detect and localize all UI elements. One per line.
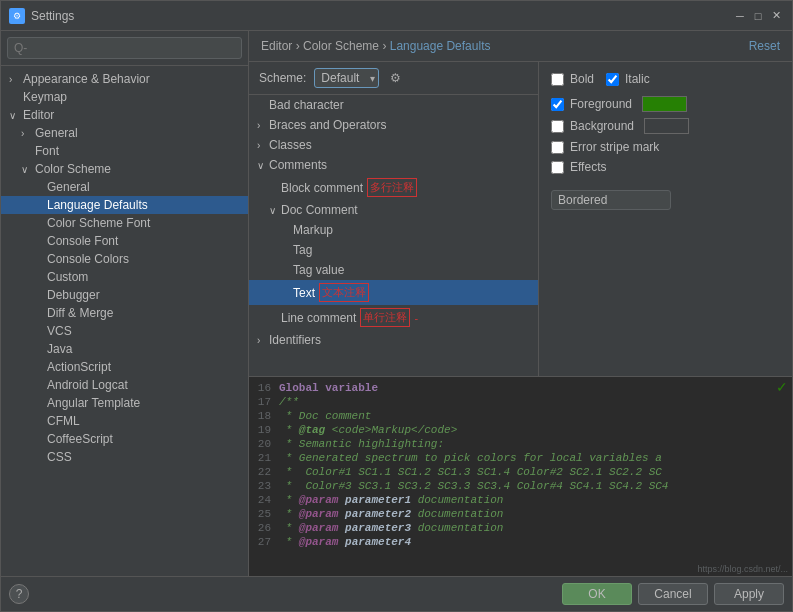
line-number: 21 — [249, 452, 279, 464]
color-tree-panel: Scheme: Default ⚙ Bad character — [249, 62, 539, 376]
main-body: Scheme: Default ⚙ Bad character — [249, 62, 792, 376]
cancel-button[interactable]: Cancel — [638, 583, 708, 605]
annotation-box: 多行注释 — [367, 178, 417, 197]
sidebar-item-custom[interactable]: Custom — [1, 268, 248, 286]
sidebar-item-label: Debugger — [47, 288, 100, 302]
sidebar-item-color-scheme[interactable]: ∨ Color Scheme — [1, 160, 248, 178]
scheme-label: Scheme: — [259, 71, 306, 85]
error-stripe-checkbox[interactable] — [551, 141, 564, 154]
sidebar-item-debugger[interactable]: Debugger — [1, 286, 248, 304]
code-content: * @tag <code>Markup</code> — [279, 424, 457, 436]
sidebar-item-cs-general[interactable]: General — [1, 178, 248, 196]
sidebar-item-label: ActionScript — [47, 360, 111, 374]
preview-area: ✓ 16 Global variable 17 /** 18 * Doc com… — [249, 376, 792, 576]
background-checkbox[interactable] — [551, 120, 564, 133]
code-line: 27 * @param parameter4 — [249, 535, 792, 549]
sidebar-item-label: Color Scheme — [35, 162, 111, 176]
sidebar-item-color-scheme-font[interactable]: Color Scheme Font — [1, 214, 248, 232]
color-tree-item-identifiers[interactable]: › Identifiers — [249, 330, 538, 350]
italic-checkbox-row: Italic — [606, 72, 650, 86]
close-button[interactable]: ✕ — [768, 8, 784, 24]
item-label: Comments — [269, 158, 327, 172]
code-content: * Doc comment — [279, 410, 371, 422]
item-label: Text — [293, 286, 315, 300]
sidebar-item-font[interactable]: Font — [1, 142, 248, 160]
color-tree-item-comments[interactable]: ∨ Comments — [249, 155, 538, 175]
background-swatch[interactable] — [644, 118, 689, 134]
effects-label[interactable]: Effects — [570, 160, 606, 174]
code-content: * Generated spectrum to pick colors for … — [279, 452, 662, 464]
error-stripe-label[interactable]: Error stripe mark — [570, 140, 659, 154]
sidebar-item-vcs[interactable]: VCS — [1, 322, 248, 340]
sidebar-item-coffeescript[interactable]: CoffeeScript — [1, 430, 248, 448]
item-label: Block comment — [281, 181, 363, 195]
bold-label[interactable]: Bold — [570, 72, 594, 86]
effects-dropdown-wrapper: Bordered Underscored Bold underscored Do… — [551, 184, 780, 210]
color-tree-item-tag[interactable]: Tag — [249, 240, 538, 260]
sidebar-item-java[interactable]: Java — [1, 340, 248, 358]
sidebar-item-general[interactable]: › General — [1, 124, 248, 142]
sidebar-item-keymap[interactable]: Keymap — [1, 88, 248, 106]
maximize-button[interactable]: □ — [750, 8, 766, 24]
ok-button[interactable]: OK — [562, 583, 632, 605]
gear-icon[interactable]: ⚙ — [387, 70, 403, 86]
sidebar-item-console-font[interactable]: Console Font — [1, 232, 248, 250]
sidebar-item-language-defaults[interactable]: Language Defaults — [1, 196, 248, 214]
effects-checkbox[interactable] — [551, 161, 564, 174]
code-line: 24 * @param parameter1 documentation — [249, 493, 792, 507]
search-input[interactable] — [7, 37, 242, 59]
color-tree-item-bad-character[interactable]: Bad character — [249, 95, 538, 115]
sidebar-item-console-colors[interactable]: Console Colors — [1, 250, 248, 268]
code-line: 17 /** — [249, 395, 792, 409]
window-controls: ─ □ ✕ — [732, 8, 784, 24]
sidebar-item-cfml[interactable]: CFML — [1, 412, 248, 430]
code-line: 26 * @param parameter3 documentation — [249, 521, 792, 535]
sidebar-item-label: CoffeeScript — [47, 432, 113, 446]
reset-link[interactable]: Reset — [749, 39, 780, 53]
help-button[interactable]: ? — [9, 584, 29, 604]
sidebar-item-actionscript[interactable]: ActionScript — [1, 358, 248, 376]
color-tree-item-braces[interactable]: › Braces and Operators — [249, 115, 538, 135]
background-label[interactable]: Background — [570, 119, 634, 133]
foreground-label[interactable]: Foreground — [570, 97, 632, 111]
color-tree-item-classes[interactable]: › Classes — [249, 135, 538, 155]
main-panel: Editor › Color Scheme › Language Default… — [249, 31, 792, 576]
options-panel: Bold Italic Foreground Ba — [539, 62, 792, 376]
sidebar-item-editor[interactable]: ∨ Editor — [1, 106, 248, 124]
bold-checkbox[interactable] — [551, 73, 564, 86]
sidebar-item-label: Diff & Merge — [47, 306, 113, 320]
effects-dropdown[interactable]: Bordered Underscored Bold underscored Do… — [551, 190, 671, 210]
foreground-checkbox[interactable] — [551, 98, 564, 111]
line-number: 19 — [249, 424, 279, 436]
color-tree-item-doc-comment[interactable]: ∨ Doc Comment — [249, 200, 538, 220]
color-tree-item-tag-value[interactable]: Tag value — [249, 260, 538, 280]
apply-button[interactable]: Apply — [714, 583, 784, 605]
color-tree-item-text[interactable]: Text 文本注释 — [249, 280, 538, 305]
color-tree-item-markup[interactable]: Markup — [249, 220, 538, 240]
code-line: 21 * Generated spectrum to pick colors f… — [249, 451, 792, 465]
code-line: 18 * Doc comment — [249, 409, 792, 423]
italic-label[interactable]: Italic — [625, 72, 650, 86]
code-content: * @param parameter2 documentation — [279, 508, 503, 520]
line-number: 27 — [249, 536, 279, 548]
sidebar-item-label: Color Scheme Font — [47, 216, 150, 230]
sidebar-item-label: Editor — [23, 108, 54, 122]
sidebar-item-appearance[interactable]: › Appearance & Behavior — [1, 70, 248, 88]
italic-checkbox[interactable] — [606, 73, 619, 86]
sidebar-item-angular-template[interactable]: Angular Template — [1, 394, 248, 412]
sidebar-item-android-logcat[interactable]: Android Logcat — [1, 376, 248, 394]
sidebar-item-css[interactable]: CSS — [1, 448, 248, 466]
line-number: 26 — [249, 522, 279, 534]
item-label: Classes — [269, 138, 312, 152]
minimize-button[interactable]: ─ — [732, 8, 748, 24]
scheme-select[interactable]: Default — [314, 68, 379, 88]
app-icon: ⚙ — [9, 8, 25, 24]
code-line: 20 * Semantic highlighting: — [249, 437, 792, 451]
item-label: Markup — [293, 223, 333, 237]
content-area: › Appearance & Behavior Keymap ∨ Editor … — [1, 31, 792, 576]
footer: ? OK Cancel Apply — [1, 576, 792, 611]
color-tree-item-block-comment[interactable]: Block comment 多行注释 — [249, 175, 538, 200]
sidebar-item-diff-merge[interactable]: Diff & Merge — [1, 304, 248, 322]
color-tree-item-line-comment[interactable]: Line comment 单行注释 - — [249, 305, 538, 330]
foreground-swatch[interactable] — [642, 96, 687, 112]
